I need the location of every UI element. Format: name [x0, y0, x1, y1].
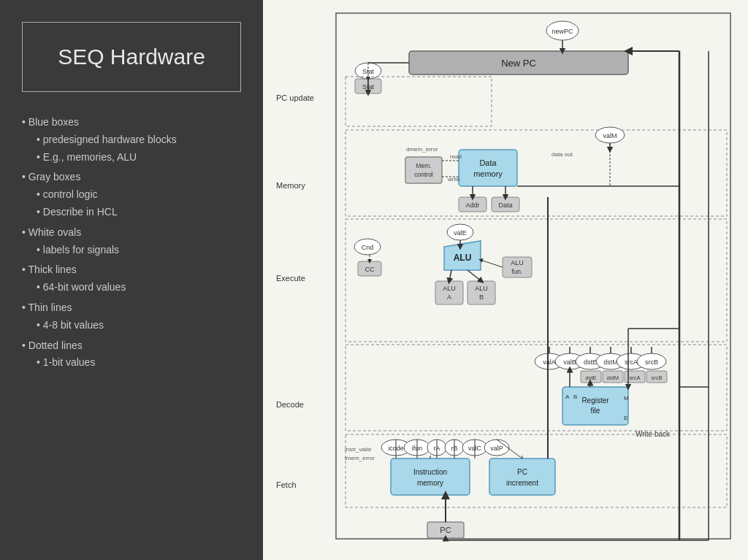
svg-text:control: control	[414, 171, 433, 178]
svg-rect-79	[489, 459, 555, 495]
legend-item-gray: Gray boxes control logic Describe in HCL	[22, 169, 241, 220]
svg-text:ALU: ALU	[511, 259, 524, 266]
svg-text:Cnd: Cnd	[362, 244, 374, 251]
diagram-panel: PC update Memory Execute Decode Fetch Ne…	[263, 0, 748, 560]
svg-text:memory: memory	[417, 479, 443, 487]
svg-text:read: read	[450, 153, 462, 160]
svg-text:E: E	[624, 415, 627, 421]
svg-text:srcA: srcA	[625, 358, 638, 366]
svg-text:dmem_error: dmem_error	[406, 146, 438, 153]
svg-text:imem_error: imem_error	[345, 455, 375, 461]
svg-text:dstE: dstE	[584, 358, 597, 366]
legend-list: Blue boxes predesigned hardware blocks E…	[22, 114, 241, 375]
new-pc-label: New PC	[501, 58, 536, 69]
svg-text:dstM: dstM	[607, 375, 619, 381]
legend-item-ovals: White ovals labels for signals	[22, 224, 241, 259]
svg-text:fun.: fun.	[511, 268, 522, 275]
slide-title: SEQ Hardware	[58, 45, 205, 69]
svg-text:dstM: dstM	[603, 358, 618, 366]
svg-text:srcB: srcB	[645, 358, 658, 366]
svg-text:Data: Data	[479, 158, 497, 167]
svg-text:ALU: ALU	[443, 285, 456, 292]
legend-item-thick: Thick lines 64-bit word values	[22, 261, 241, 296]
left-panel: SEQ Hardware Blue boxes predesigned hard…	[0, 0, 263, 560]
label-memory: Memory	[276, 181, 305, 190]
title-box: SEQ Hardware	[22, 22, 241, 92]
svg-text:Register: Register	[581, 396, 609, 404]
svg-text:Data: Data	[498, 202, 512, 209]
svg-text:Instruction: Instruction	[413, 468, 447, 476]
svg-text:ALU: ALU	[454, 253, 472, 263]
svg-text:valE: valE	[454, 229, 467, 237]
svg-text:srcA: srcA	[630, 375, 641, 381]
svg-text:valB: valB	[563, 358, 576, 366]
svg-text:memory: memory	[473, 169, 503, 178]
svg-rect-12	[405, 157, 442, 183]
svg-text:file: file	[591, 407, 600, 415]
svg-rect-15	[459, 150, 517, 186]
svg-text:PC: PC	[517, 468, 527, 476]
svg-text:B: B	[573, 394, 577, 400]
legend-item-thin: Thin lines 4-8 bit values	[22, 299, 241, 334]
label-decode: Decode	[276, 400, 304, 409]
svg-text:A: A	[447, 294, 451, 301]
svg-text:CC: CC	[365, 266, 375, 273]
svg-text:B: B	[479, 294, 484, 301]
svg-text:Mem.: Mem.	[416, 162, 431, 169]
svg-text:M: M	[624, 395, 629, 402]
svg-rect-76	[391, 459, 470, 495]
svg-text:valM: valM	[603, 132, 617, 139]
label-pc-update: PC update	[276, 93, 314, 102]
svg-text:valP: valP	[490, 445, 503, 452]
svg-text:PC: PC	[440, 526, 451, 534]
svg-text:data out: data out	[552, 151, 573, 158]
label-fetch: Fetch	[276, 480, 297, 489]
legend-item-blue: Blue boxes predesigned hardware blocks E…	[22, 114, 241, 166]
svg-text:srcB: srcB	[652, 375, 663, 381]
svg-text:instr_valid: instr_valid	[345, 446, 371, 453]
svg-text:valA: valA	[543, 358, 556, 366]
svg-text:A: A	[565, 394, 570, 400]
label-execute: Execute	[276, 274, 305, 283]
newpc-oval: newPC	[552, 28, 573, 35]
svg-text:increment: increment	[506, 479, 538, 487]
svg-text:Addr: Addr	[465, 202, 479, 209]
seq-diagram: PC update Memory Execute Decode Fetch Ne…	[263, 0, 748, 560]
svg-text:ALU: ALU	[475, 285, 488, 292]
diagram-container: PC update Memory Execute Decode Fetch Ne…	[263, 0, 748, 560]
svg-rect-47	[562, 387, 628, 425]
legend-item-dotted: Dotted lines 1-bit values	[22, 337, 241, 372]
svg-text:dstE: dstE	[585, 375, 596, 381]
